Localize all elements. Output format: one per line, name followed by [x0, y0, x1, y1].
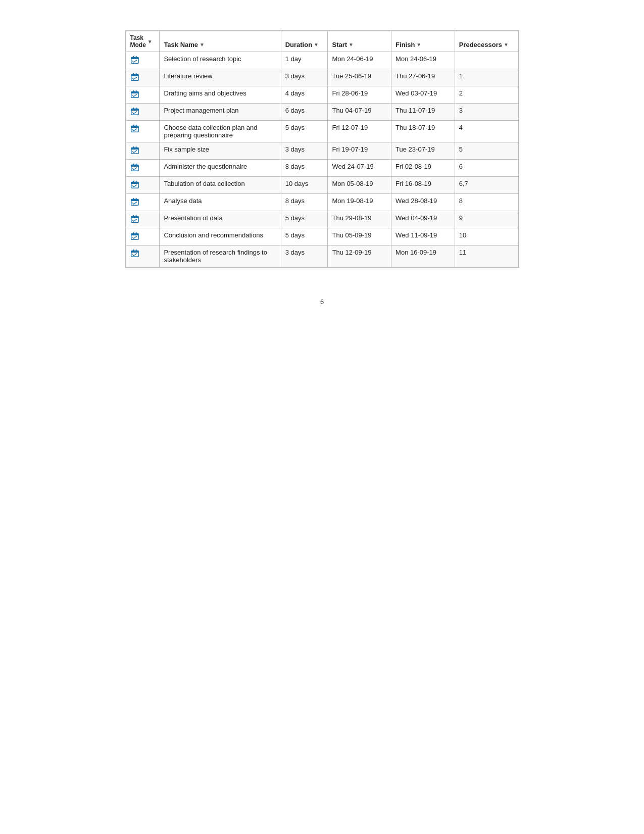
task-name-cell: Conclusion and recommendations: [160, 228, 281, 246]
svg-rect-31: [135, 181, 136, 183]
svg-rect-25: [131, 165, 138, 167]
table-row: Presentation of data5 daysThu 29-08-19We…: [126, 211, 518, 228]
start-cell: Fri 28-06-19: [328, 86, 391, 104]
task-name-text: Presentation of data: [164, 214, 222, 222]
svg-rect-46: [133, 250, 134, 252]
task-name-text: Project management plan: [164, 107, 238, 114]
task-mode-cell: [126, 246, 160, 267]
table-row: Administer the questionnaire8 daysWed 24…: [126, 160, 518, 177]
predecessors-cell: 1: [455, 69, 518, 86]
finish-cell: Mon 24-06-19: [391, 52, 455, 69]
task-name-cell: Fix sample size: [160, 142, 281, 160]
task-name-text: Conclusion and recommendations: [164, 231, 263, 239]
sort-arrow-predecessors[interactable]: ▼: [504, 42, 509, 47]
task-mode-icon: [130, 249, 139, 258]
finish-cell: Thu 18-07-19: [391, 121, 455, 142]
start-cell: Tue 25-06-19: [328, 69, 391, 86]
duration-cell: 5 days: [281, 211, 328, 228]
svg-rect-5: [131, 75, 138, 77]
svg-rect-21: [131, 148, 138, 150]
task-name-cell: Choose data collection plan and preparin…: [160, 121, 281, 142]
start-label: Start: [332, 41, 347, 48]
predecessors-cell: 6,7: [455, 177, 518, 194]
task-mode-cell: [126, 52, 160, 69]
svg-rect-18: [133, 125, 134, 127]
duration-label: Duration: [285, 41, 312, 48]
svg-rect-47: [135, 250, 136, 252]
svg-rect-37: [131, 217, 138, 219]
predecessors-cell: 2: [455, 86, 518, 104]
task-mode-icon: [130, 197, 139, 206]
svg-rect-33: [131, 200, 138, 202]
svg-rect-43: [135, 232, 136, 234]
finish-cell: Wed 04-09-19: [391, 211, 455, 228]
predecessors-cell: 11: [455, 246, 518, 267]
task-mode-cell: [126, 194, 160, 211]
task-name-text: Choose data collection plan and preparin…: [164, 124, 257, 139]
duration-cell: 3 days: [281, 142, 328, 160]
start-cell: Fri 19-07-19: [328, 142, 391, 160]
task-name-text: Selection of research topic: [164, 55, 241, 63]
svg-rect-29: [131, 182, 138, 184]
finish-cell: Wed 11-09-19: [391, 228, 455, 246]
col-header-start[interactable]: Start ▼: [328, 31, 391, 52]
task-name-label: Task Name: [164, 41, 198, 48]
svg-rect-41: [131, 234, 138, 236]
duration-cell: 3 days: [281, 69, 328, 86]
task-name-text: Fix sample size: [164, 145, 209, 153]
predecessors-cell: 8: [455, 194, 518, 211]
start-cell: Fri 12-07-19: [328, 121, 391, 142]
task-name-cell: Project management plan: [160, 104, 281, 121]
sort-arrow-duration[interactable]: ▼: [314, 42, 319, 47]
task-mode-icon: [130, 124, 139, 133]
col-header-predecessors[interactable]: Predecessors ▼: [455, 31, 518, 52]
table-row: Presentation of research findings to sta…: [126, 246, 518, 267]
svg-rect-9: [131, 92, 138, 94]
table-row: Fix sample size3 daysFri 19-07-19Tue 23-…: [126, 142, 518, 160]
task-mode-icon: [130, 163, 139, 172]
col-header-finish[interactable]: Finish ▼: [391, 31, 455, 52]
task-name-text: Drafting aims and objectives: [164, 89, 246, 97]
svg-rect-17: [131, 126, 138, 128]
page-number: 6: [320, 298, 324, 306]
duration-cell: 4 days: [281, 86, 328, 104]
sort-arrow-finish[interactable]: ▼: [416, 42, 421, 47]
duration-cell: 3 days: [281, 246, 328, 267]
duration-cell: 1 day: [281, 52, 328, 69]
task-mode-cell: [126, 69, 160, 86]
start-cell: Mon 05-08-19: [328, 177, 391, 194]
table-row: Conclusion and recommendations5 daysThu …: [126, 228, 518, 246]
task-mode-cell: [126, 228, 160, 246]
sort-arrow-start[interactable]: ▼: [349, 42, 354, 47]
gantt-table: TaskMode ▼ Task Name ▼ Duration ▼: [125, 30, 519, 268]
duration-cell: 6 days: [281, 104, 328, 121]
finish-label: Finish: [395, 41, 415, 48]
task-mode-icon: [130, 55, 139, 64]
duration-cell: 8 days: [281, 160, 328, 177]
svg-rect-6: [133, 73, 134, 75]
task-name-cell: Drafting aims and objectives: [160, 86, 281, 104]
start-cell: Mon 24-06-19: [328, 52, 391, 69]
task-mode-label: TaskMode: [130, 34, 146, 48]
svg-rect-2: [133, 56, 134, 58]
table-row: Choose data collection plan and preparin…: [126, 121, 518, 142]
svg-rect-13: [131, 109, 138, 111]
start-cell: Thu 05-09-19: [328, 228, 391, 246]
col-header-task-mode[interactable]: TaskMode ▼: [126, 31, 160, 52]
sort-arrow-task-name[interactable]: ▼: [200, 42, 205, 47]
start-cell: Thu 04-07-19: [328, 104, 391, 121]
sort-arrow-task-mode[interactable]: ▼: [147, 39, 153, 44]
task-name-cell: Administer the questionnaire: [160, 160, 281, 177]
svg-rect-11: [135, 90, 136, 92]
svg-rect-27: [135, 164, 136, 166]
task-name-cell: Analyse data: [160, 194, 281, 211]
svg-rect-14: [133, 108, 134, 110]
finish-cell: Wed 03-07-19: [391, 86, 455, 104]
col-header-task-name[interactable]: Task Name ▼: [160, 31, 281, 52]
col-header-duration[interactable]: Duration ▼: [281, 31, 328, 52]
start-cell: Thu 29-08-19: [328, 211, 391, 228]
task-mode-cell: [126, 211, 160, 228]
svg-rect-23: [135, 146, 136, 149]
finish-cell: Fri 02-08-19: [391, 160, 455, 177]
svg-rect-45: [131, 251, 138, 253]
